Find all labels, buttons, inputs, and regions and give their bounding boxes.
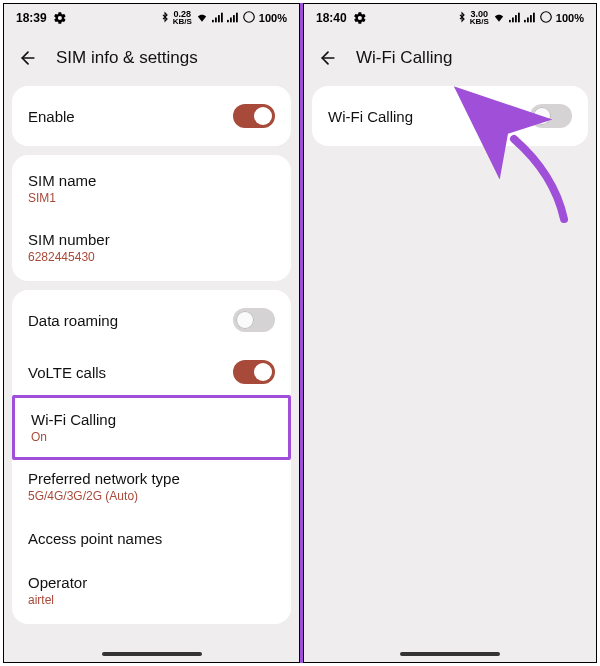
operator-row[interactable]: Operator airtel xyxy=(12,561,291,620)
back-icon[interactable] xyxy=(18,48,38,68)
network-rate: 3.00KB/S xyxy=(470,10,489,26)
svg-rect-13 xyxy=(524,19,526,21)
wifi-calling-sub: On xyxy=(31,430,47,444)
wifi-calling-toggle[interactable] xyxy=(530,104,572,128)
data-roaming-label: Data roaming xyxy=(28,312,118,329)
svg-rect-14 xyxy=(527,17,529,22)
svg-rect-2 xyxy=(218,15,220,22)
back-icon[interactable] xyxy=(318,48,338,68)
home-indicator[interactable] xyxy=(400,652,500,656)
signal-icon xyxy=(524,12,536,25)
status-time: 18:40 xyxy=(316,11,347,25)
svg-rect-1 xyxy=(215,17,217,22)
svg-rect-9 xyxy=(509,19,511,21)
preferred-network-sub: 5G/4G/3G/2G (Auto) xyxy=(28,489,138,503)
battery-percent: 100% xyxy=(259,12,287,24)
svg-rect-0 xyxy=(212,19,214,21)
screen-header: Wi-Fi Calling xyxy=(304,32,596,86)
wifi-calling-label: Wi-Fi Calling xyxy=(328,108,413,125)
preferred-network-row[interactable]: Preferred network type 5G/4G/3G/2G (Auto… xyxy=(12,457,291,516)
gear-icon xyxy=(53,11,67,25)
wifi-calling-label: Wi-Fi Calling xyxy=(31,411,116,428)
sim-number-row[interactable]: SIM number 6282445430 xyxy=(12,218,291,277)
network-rate: 0.28KB/S xyxy=(173,10,192,26)
svg-rect-7 xyxy=(236,12,238,22)
sim-number-value: 6282445430 xyxy=(28,250,95,264)
apn-label: Access point names xyxy=(28,530,162,547)
svg-rect-3 xyxy=(221,12,223,22)
svg-point-17 xyxy=(541,12,552,23)
battery-icon xyxy=(539,10,553,26)
signal-icon xyxy=(227,12,239,25)
svg-rect-15 xyxy=(530,15,532,22)
bluetooth-icon xyxy=(160,11,170,25)
gear-icon xyxy=(353,11,367,25)
signal-icon xyxy=(509,12,521,25)
sim-name-row[interactable]: SIM name SIM1 xyxy=(12,159,291,218)
sim-name-value: SIM1 xyxy=(28,191,56,205)
battery-icon xyxy=(242,10,256,26)
data-roaming-toggle[interactable] xyxy=(233,308,275,332)
wifi-icon xyxy=(492,12,506,25)
page-title: Wi-Fi Calling xyxy=(356,48,452,68)
svg-rect-5 xyxy=(230,17,232,22)
preferred-network-label: Preferred network type xyxy=(28,470,180,487)
operator-sub: airtel xyxy=(28,593,54,607)
svg-rect-6 xyxy=(233,15,235,22)
status-bar: 18:40 3.00KB/S xyxy=(304,4,596,32)
svg-rect-10 xyxy=(512,17,514,22)
battery-percent: 100% xyxy=(556,12,584,24)
volte-label: VoLTE calls xyxy=(28,364,106,381)
operator-label: Operator xyxy=(28,574,87,591)
svg-rect-11 xyxy=(515,15,517,22)
svg-rect-4 xyxy=(227,19,229,21)
sim-name-label: SIM name xyxy=(28,172,96,189)
signal-icon xyxy=(212,12,224,25)
status-time: 18:39 xyxy=(16,11,47,25)
page-title: SIM info & settings xyxy=(56,48,198,68)
wifi-calling-row[interactable]: Wi-Fi Calling On xyxy=(12,395,291,460)
screen-header: SIM info & settings xyxy=(4,32,299,86)
wifi-calling-row[interactable]: Wi-Fi Calling xyxy=(312,90,588,142)
volte-toggle[interactable] xyxy=(233,360,275,384)
volte-row[interactable]: VoLTE calls xyxy=(12,346,291,398)
svg-rect-12 xyxy=(518,12,520,22)
sim-number-label: SIM number xyxy=(28,231,110,248)
home-indicator[interactable] xyxy=(102,652,202,656)
status-bar: 18:39 0.28KB/S xyxy=(4,4,299,32)
svg-point-8 xyxy=(244,12,255,23)
bluetooth-icon xyxy=(457,11,467,25)
svg-rect-16 xyxy=(533,12,535,22)
enable-row[interactable]: Enable xyxy=(12,90,291,142)
enable-label: Enable xyxy=(28,108,75,125)
apn-row[interactable]: Access point names xyxy=(12,516,291,561)
enable-toggle[interactable] xyxy=(233,104,275,128)
data-roaming-row[interactable]: Data roaming xyxy=(12,294,291,346)
wifi-icon xyxy=(195,12,209,25)
